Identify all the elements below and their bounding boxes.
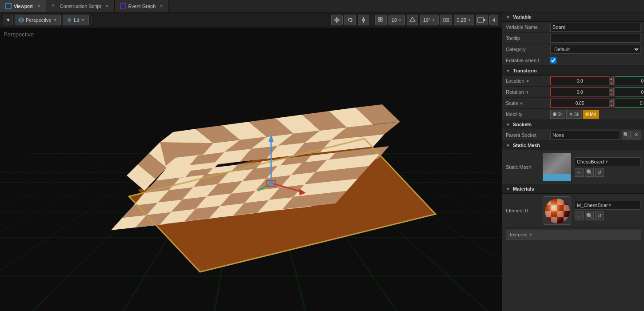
angle-btn[interactable]: 10° ▼ xyxy=(420,15,439,25)
camera-icon-btn[interactable] xyxy=(440,15,452,25)
translate-icon-btn[interactable] xyxy=(331,15,343,25)
mat-name-dropdown[interactable]: ▼ xyxy=(608,203,612,207)
tab-construction[interactable]: f Construction Script ✕ xyxy=(46,0,115,12)
scale-step-btn[interactable]: 0.25 ▼ xyxy=(454,15,474,25)
location-arrow[interactable]: ▼ xyxy=(526,79,530,84)
static-mesh-collapse-arrow[interactable]: ▼ xyxy=(506,143,510,148)
tooltip-row: Tooltip xyxy=(502,33,644,44)
location-x-up[interactable]: ▲ xyxy=(609,76,613,81)
tab-construction-close[interactable]: ✕ xyxy=(105,4,109,8)
scale-icon-btn[interactable] xyxy=(358,15,369,25)
mat-search-btn[interactable]: 🔍 xyxy=(585,211,594,220)
camera-speed-btn[interactable]: 4 xyxy=(489,15,498,25)
tab-event-label: Event Graph xyxy=(128,4,156,9)
rotation-x-up[interactable]: ▲ xyxy=(609,88,613,92)
perspective-btn[interactable]: Perspective ▼ xyxy=(15,15,61,25)
svg-rect-102 xyxy=(268,180,274,186)
mobility-stationary-btn[interactable]: Sti xyxy=(566,110,582,119)
mat-browse-btn[interactable]: ← xyxy=(575,211,584,220)
transform-title: Transform xyxy=(513,68,537,73)
static-mesh-header: ▼ Static Mesh xyxy=(502,141,644,150)
socket-action-buttons: 🔍 ✕ xyxy=(622,131,640,140)
perspective-badge: Perspective xyxy=(4,31,34,38)
mesh-info: ChessBoard ▼ ← 🔍 ↺ xyxy=(575,157,640,177)
location-inputs: ▲ ▼ ▲ ▼ xyxy=(550,76,644,85)
viewport-expand-btn[interactable]: ▼ xyxy=(4,15,13,25)
mesh-reset-btn[interactable]: ↺ xyxy=(595,168,604,177)
tooltip-value-container xyxy=(550,34,640,43)
variable-collapse-arrow[interactable]: ▼ xyxy=(506,15,510,20)
sockets-section: ▼ Sockets Parent Socket 🔍 ✕ xyxy=(502,120,644,141)
viewport-area: ▼ Perspective ▼ Lit ▼ xyxy=(0,12,502,311)
rotate-icon-btn[interactable] xyxy=(344,15,356,25)
scale-y-input[interactable] xyxy=(615,101,644,106)
rotation-inputs: ▲ ▼ ▲ ▼ xyxy=(550,88,644,96)
mesh-browse-btn[interactable]: ← xyxy=(575,168,584,177)
tooltip-input[interactable] xyxy=(550,34,640,43)
svg-point-23 xyxy=(445,19,447,21)
svg-rect-20 xyxy=(380,20,382,21)
mesh-name-dropdown[interactable]: ▼ xyxy=(605,159,609,164)
rotation-y-input[interactable] xyxy=(615,90,644,95)
tab-bar: Viewport ✕ f Construction Script ✕ Event… xyxy=(0,0,644,12)
chess-scene-svg xyxy=(53,54,444,299)
transform-collapse-arrow[interactable]: ▼ xyxy=(506,68,510,73)
scale-step-value: 0.25 xyxy=(457,17,466,23)
mesh-action-buttons: ← 🔍 ↺ xyxy=(575,168,640,177)
scale-inputs: ▲ ▼ ▲ ▼ xyxy=(550,99,644,108)
scale-x-up[interactable]: ▲ xyxy=(609,99,613,103)
variable-section: ▼ Variable Variable Name Tooltip Categor… xyxy=(502,12,644,66)
scale-icon xyxy=(360,17,367,23)
svg-rect-24 xyxy=(478,18,484,22)
grid-size-btn[interactable]: 10 ▼ xyxy=(388,15,405,25)
tab-event-graph[interactable]: Event Graph ✕ xyxy=(115,0,169,12)
svg-marker-9 xyxy=(336,17,338,19)
scale-step-arrow: ▼ xyxy=(468,18,471,22)
viewport-canvas[interactable]: Perspective xyxy=(0,28,502,311)
svg-rect-110 xyxy=(551,205,557,211)
separator1 xyxy=(92,16,92,24)
scale-x-down[interactable]: ▼ xyxy=(609,103,613,108)
tab-event-close[interactable]: ✕ xyxy=(160,4,163,8)
mesh-label: Static Mesh xyxy=(506,164,539,170)
variable-name-input[interactable] xyxy=(550,23,640,32)
snap-icon-btn[interactable] xyxy=(407,15,418,25)
parent-socket-input[interactable] xyxy=(550,131,620,140)
mobility-movable-btn[interactable]: Mo xyxy=(583,110,599,119)
rotation-x-input[interactable] xyxy=(551,90,609,95)
mobility-static-white-btn[interactable]: Sti xyxy=(550,110,565,119)
materials-collapse-arrow[interactable]: ▼ xyxy=(506,187,510,191)
scale-arrow[interactable]: ▼ xyxy=(520,101,524,106)
editable-checkbox[interactable] xyxy=(550,57,556,64)
category-select-wrapper: Default ▼ xyxy=(550,45,640,54)
location-x-down[interactable]: ▼ xyxy=(609,81,613,85)
cinema-icon-btn[interactable] xyxy=(476,15,488,25)
transform-section: ▼ Transform Location ▼ ▲ ▼ xyxy=(502,66,644,120)
tab-viewport[interactable]: Viewport ✕ xyxy=(0,0,46,12)
main-layout: ▼ Perspective ▼ Lit ▼ xyxy=(0,12,644,311)
sockets-collapse-arrow[interactable]: ▼ xyxy=(506,122,510,127)
textures-button[interactable]: Textures ▼ xyxy=(506,230,640,239)
lit-btn[interactable]: Lit ▼ xyxy=(63,15,89,25)
location-y-input[interactable] xyxy=(615,79,644,84)
mesh-search-btn[interactable]: 🔍 xyxy=(585,168,594,177)
svg-rect-1 xyxy=(7,4,10,8)
scale-x-input[interactable] xyxy=(551,101,609,106)
rotation-x-arrows: ▲ ▼ xyxy=(609,88,613,96)
variable-header: ▼ Variable xyxy=(502,12,644,22)
material-info: M_ChessBoar ▼ ← 🔍 ↺ xyxy=(575,201,640,220)
category-select[interactable]: Default xyxy=(550,45,640,54)
editable-label: Editable when I xyxy=(506,58,550,63)
socket-clear-btn[interactable]: ✕ xyxy=(632,131,640,140)
socket-search-btn[interactable]: 🔍 xyxy=(622,131,631,140)
svg-rect-115 xyxy=(557,211,564,217)
rotation-arrow[interactable]: ▼ xyxy=(525,90,529,95)
grid-icon-btn[interactable] xyxy=(375,15,387,25)
tab-viewport-close[interactable]: ✕ xyxy=(37,4,40,8)
scale-y-field: ▲ ▼ xyxy=(615,99,644,108)
rotation-x-down[interactable]: ▼ xyxy=(609,92,613,96)
angle-arrow: ▼ xyxy=(432,18,436,22)
materials-title: Materials xyxy=(513,186,534,191)
location-x-input[interactable] xyxy=(551,79,609,84)
mat-reset-btn[interactable]: ↺ xyxy=(595,211,604,220)
